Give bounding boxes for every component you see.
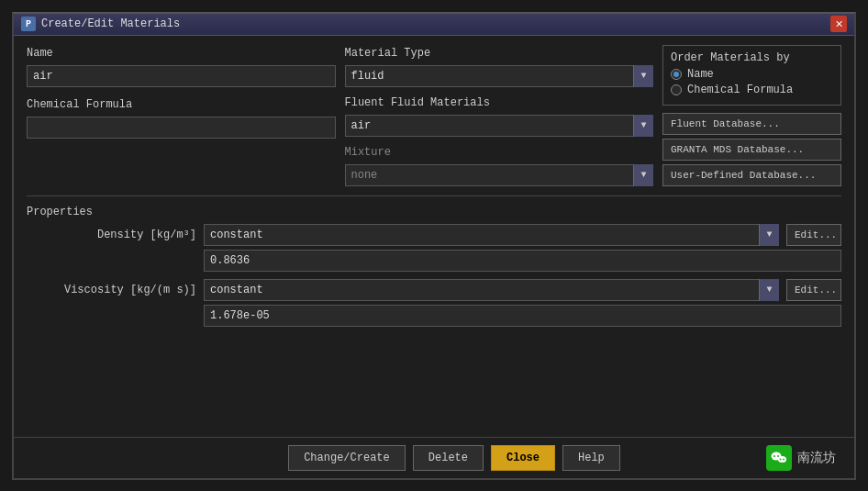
mixture-select[interactable]: none <box>345 164 654 186</box>
fluent-fluid-label: Fluent Fluid Materials <box>345 95 654 111</box>
close-button[interactable]: Close <box>491 445 555 471</box>
wechat-icon <box>766 445 792 471</box>
properties-label: Properties <box>27 206 841 218</box>
density-row: Density [kg/m³] constant ▼ Edit... <box>27 224 841 246</box>
density-edit-button[interactable]: Edit... <box>786 224 841 246</box>
svg-point-5 <box>783 458 785 460</box>
radio-name-dot <box>671 69 682 80</box>
viscosity-label: Viscosity [kg/(m s)] <box>27 284 196 296</box>
svg-point-2 <box>777 455 779 457</box>
watermark-text: 南流坊 <box>797 450 836 466</box>
density-value-row <box>27 250 841 272</box>
separator-line <box>27 195 841 196</box>
material-type-label: Material Type <box>345 45 654 61</box>
svg-point-4 <box>780 458 782 460</box>
radio-chemical-label: Chemical Formula <box>687 84 793 96</box>
radio-name-label: Name <box>687 68 714 81</box>
fluent-fluid-select-wrapper: air water oxygen ▼ <box>345 115 654 137</box>
left-panel: Name Chemical Formula <box>27 45 336 139</box>
granta-database-button[interactable]: GRANTA MDS Database... <box>662 139 841 161</box>
radio-chemical-dot <box>671 84 682 95</box>
svg-point-1 <box>773 455 775 457</box>
radio-chemical-item[interactable]: Chemical Formula <box>671 84 833 96</box>
viscosity-method-select[interactable]: constant <box>204 279 779 301</box>
mixture-select-wrapper: none ▼ <box>345 164 654 186</box>
order-materials-label: Order Materials by <box>671 51 833 64</box>
db-buttons-group: Fluent Database... GRANTA MDS Database..… <box>662 113 841 186</box>
fluent-database-button[interactable]: Fluent Database... <box>662 113 841 135</box>
main-window: P Create/Edit Materials ✕ Name Chemical … <box>12 12 856 480</box>
viscosity-select-wrapper: constant ▼ <box>204 279 779 301</box>
window-title: Create/Edit Materials <box>41 17 830 30</box>
material-type-select[interactable]: fluid solid mixture <box>345 65 654 87</box>
chemical-formula-input[interactable] <box>27 117 336 139</box>
change-create-button[interactable]: Change/Create <box>288 445 406 471</box>
name-label: Name <box>27 45 336 61</box>
user-database-button[interactable]: User-Defined Database... <box>662 164 841 186</box>
chemical-formula-label: Chemical Formula <box>27 96 336 113</box>
svg-point-3 <box>778 456 786 463</box>
density-label: Density [kg/m³] <box>27 229 196 241</box>
watermark: 南流坊 <box>766 445 836 471</box>
fluent-fluid-select[interactable]: air water oxygen <box>345 115 654 137</box>
help-button[interactable]: Help <box>562 445 620 471</box>
app-icon: P <box>21 17 36 31</box>
density-select-wrapper: constant ▼ <box>204 224 779 246</box>
density-value-input[interactable] <box>204 250 841 272</box>
viscosity-edit-button[interactable]: Edit... <box>786 279 841 301</box>
mixture-label: Mixture <box>345 144 654 161</box>
content-area: Name Chemical Formula Material Type flui… <box>14 36 854 437</box>
top-section: Name Chemical Formula Material Type flui… <box>27 45 841 186</box>
radio-name-item[interactable]: Name <box>671 68 833 81</box>
viscosity-value-input[interactable] <box>204 305 841 327</box>
order-materials-group: Order Materials by Name Chemical Formula <box>662 45 841 106</box>
right-panel: Order Materials by Name Chemical Formula… <box>662 45 841 186</box>
viscosity-value-row <box>27 305 841 327</box>
action-buttons-group: Change/Create Delete Close Help <box>142 445 766 471</box>
bottom-bar: Change/Create Delete Close Help 南流坊 <box>14 437 854 478</box>
density-method-select[interactable]: constant <box>204 224 779 246</box>
window-close-button[interactable]: ✕ <box>830 16 847 32</box>
middle-panel: Material Type fluid solid mixture ▼ Flue… <box>345 45 654 186</box>
viscosity-row: Viscosity [kg/(m s)] constant ▼ Edit... <box>27 279 841 301</box>
name-input[interactable] <box>27 65 336 87</box>
delete-button[interactable]: Delete <box>413 445 484 471</box>
title-bar: P Create/Edit Materials ✕ <box>14 14 854 36</box>
material-type-select-wrapper: fluid solid mixture ▼ <box>345 65 654 87</box>
properties-section: Properties Density [kg/m³] constant ▼ Ed… <box>27 206 841 428</box>
